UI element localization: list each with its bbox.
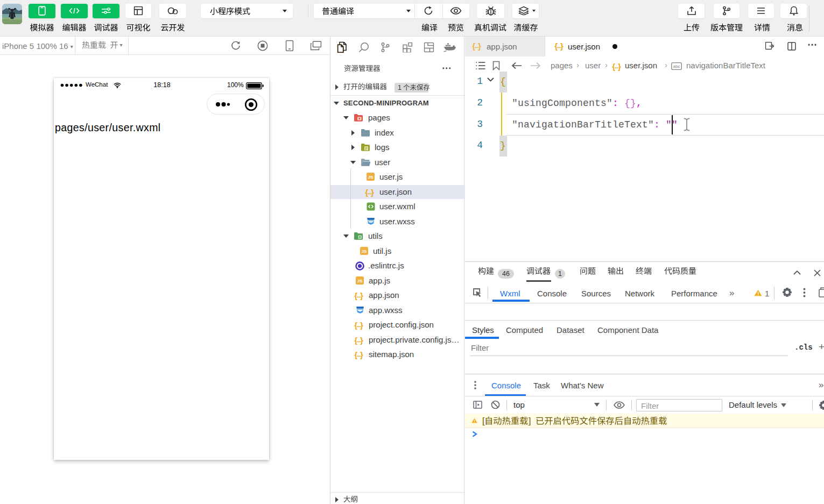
svg-text:{: { (365, 188, 368, 197)
svg-text:}: } (360, 336, 363, 345)
svg-text:}: } (360, 291, 363, 300)
svg-text:abc: abc (673, 64, 680, 69)
svg-text:{: { (612, 62, 615, 71)
svg-text:}: } (360, 321, 363, 330)
svg-text:{: { (354, 321, 357, 330)
svg-text:}: } (618, 62, 621, 71)
svg-text:JS: JS (362, 249, 367, 254)
svg-text:}: } (360, 350, 363, 359)
svg-text:{: { (472, 41, 475, 51)
svg-text:{: { (354, 350, 357, 359)
svg-text:{: { (354, 291, 357, 300)
svg-text:}: } (560, 41, 564, 51)
svg-text:JS: JS (368, 175, 374, 180)
svg-text:JS: JS (357, 279, 363, 283)
svg-text:{: { (554, 41, 558, 51)
svg-text:{: { (354, 336, 357, 345)
svg-text:}: } (371, 188, 374, 197)
svg-text:}: } (478, 41, 481, 51)
